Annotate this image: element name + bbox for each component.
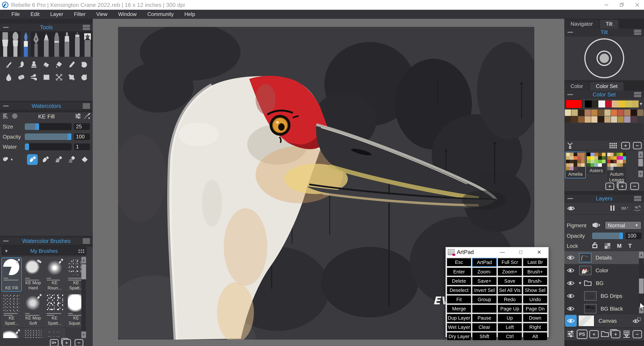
- menu-edit[interactable]: Edit: [26, 10, 44, 19]
- artpad-button-alt[interactable]: Alt: [523, 332, 548, 341]
- artpad-button-shift[interactable]: Shift: [472, 332, 496, 341]
- color-swatch[interactable]: [587, 153, 590, 156]
- color-swatch[interactable]: [574, 167, 577, 170]
- quick-edit-icon[interactable]: [2, 60, 15, 69]
- color-swatch[interactable]: [610, 153, 614, 156]
- color-swatch[interactable]: [566, 163, 570, 167]
- layer-visibility-icon[interactable]: [566, 306, 576, 311]
- scroll-down-icon[interactable]: ▼: [81, 331, 86, 338]
- color-swatch[interactable]: [607, 153, 610, 156]
- layer-adjustments-icon[interactable]: [566, 330, 575, 339]
- color-swatch[interactable]: [594, 153, 598, 156]
- artpad-minimize-button[interactable]: —: [493, 247, 512, 257]
- new-group-button[interactable]: [601, 330, 609, 339]
- color-swatch[interactable]: [614, 156, 617, 160]
- color-swatch[interactable]: [620, 160, 623, 163]
- artpad-button-zoom-[interactable]: Zoom-: [472, 268, 496, 276]
- color-swatch[interactable]: [570, 163, 574, 167]
- delete-color-set-button[interactable]: −: [630, 183, 639, 190]
- color-swatch[interactable]: [570, 156, 574, 160]
- brush-tile-partial-3[interactable]: [44, 328, 65, 338]
- color-swatch[interactable]: [581, 160, 585, 163]
- group-expand-caret-icon[interactable]: ▼: [578, 281, 582, 285]
- add-color-button[interactable]: +: [621, 142, 630, 149]
- artpad-button-delete[interactable]: Delete: [447, 277, 471, 285]
- color-swatch[interactable]: [607, 156, 610, 160]
- color-swatch[interactable]: [611, 116, 617, 123]
- texture-indicator[interactable]: T: [628, 243, 632, 249]
- water-drop-icon[interactable]: [2, 73, 15, 82]
- collapse-icon[interactable]: [3, 105, 10, 107]
- mode-dry-brush-button[interactable]: [53, 154, 64, 165]
- color-swatch[interactable]: [565, 116, 571, 123]
- collapse-icon[interactable]: [567, 198, 575, 199]
- color-swatch[interactable]: [566, 156, 570, 160]
- artpad-button-redo[interactable]: Redo: [498, 295, 522, 304]
- artpad-button-down[interactable]: Down: [523, 314, 548, 322]
- color-swatch[interactable]: [587, 156, 590, 160]
- color-swatch[interactable]: [570, 153, 574, 156]
- artpad-button-zoom-[interactable]: Zoom+: [498, 268, 522, 276]
- brush-tile-partial-2[interactable]: [23, 328, 43, 338]
- artpad-button-wet-layer[interactable]: Wet Layer: [447, 323, 471, 331]
- artpad-button-page-up[interactable]: Page Up: [498, 304, 522, 313]
- color-swatch[interactable]: [623, 156, 626, 160]
- color-swatch[interactable]: [587, 160, 590, 163]
- dry-sponge-icon[interactable]: [15, 73, 28, 82]
- scroll-thumb[interactable]: [639, 278, 644, 294]
- color-swatch[interactable]: [612, 100, 618, 107]
- color-swatch[interactable]: [571, 109, 578, 116]
- current-color-swatch[interactable]: [565, 99, 582, 109]
- mode-caret-icon[interactable]: ▼: [10, 158, 14, 161]
- eraser-icon[interactable]: [40, 60, 53, 69]
- artpad-button-deselect[interactable]: Deselect: [447, 286, 471, 294]
- artpad-button-clear[interactable]: Clear: [472, 323, 496, 331]
- layer-opacity-slider[interactable]: [592, 232, 623, 239]
- color-swatch[interactable]: [624, 116, 630, 123]
- color-swatch[interactable]: [577, 153, 581, 156]
- color-swatch[interactable]: [632, 100, 639, 107]
- tool-spray-can[interactable]: [72, 32, 82, 57]
- color-swatch[interactable]: [571, 116, 578, 123]
- panel-menu-icon[interactable]: [83, 25, 90, 30]
- color-swatch[interactable]: [623, 153, 626, 156]
- color-swatch[interactable]: [592, 100, 598, 107]
- artpad-button-pause[interactable]: Pause: [472, 314, 496, 322]
- color-swatch[interactable]: [617, 153, 620, 156]
- color-swatch[interactable]: [617, 109, 624, 116]
- scroll-down-icon[interactable]: ▼: [638, 170, 643, 177]
- color-swatch[interactable]: [570, 160, 574, 163]
- color-swatch[interactable]: [590, 156, 594, 160]
- color-filter-icon[interactable]: [567, 142, 574, 150]
- menu-filter[interactable]: Filter: [69, 10, 90, 19]
- artpad-button-dry-layer[interactable]: Dry Layer: [447, 332, 471, 341]
- tool-filbert-brush[interactable]: [10, 32, 20, 57]
- color-swatch[interactable]: [614, 153, 617, 156]
- artpad-button-fit[interactable]: Fit: [447, 295, 471, 304]
- close-button[interactable]: [630, 0, 644, 10]
- collapse-icon[interactable]: [3, 240, 10, 242]
- color-swatch[interactable]: [566, 153, 570, 156]
- tilt-knob[interactable]: [600, 54, 609, 63]
- show-selection-icon[interactable]: [632, 317, 641, 325]
- select-marquee-icon[interactable]: [40, 73, 53, 82]
- tool-pencil[interactable]: [41, 32, 52, 57]
- color-swatch[interactable]: [584, 109, 591, 116]
- color-swatch[interactable]: [624, 109, 630, 116]
- artpad-button-last-br[interactable]: Last Br: [523, 258, 548, 266]
- color-swatch[interactable]: [602, 153, 606, 156]
- color-swatch[interactable]: [604, 109, 611, 116]
- layer-visibility-icon[interactable]: [566, 268, 576, 273]
- opacity-slider[interactable]: [24, 133, 72, 140]
- color-swatch[interactable]: [591, 116, 598, 123]
- color-swatch[interactable]: [637, 109, 644, 116]
- scroll-up-icon[interactable]: ▲: [639, 252, 644, 258]
- group-drag-handle-icon[interactable]: [78, 249, 84, 253]
- artpad-button-right[interactable]: RIght: [523, 323, 548, 331]
- group-collapse-caret-icon[interactable]: ▼: [4, 249, 8, 254]
- canvas-visibility-button[interactable]: [565, 315, 577, 327]
- lock-transparency-icon[interactable]: [604, 243, 610, 249]
- artpad-button-full-scr[interactable]: Full Scr: [498, 258, 522, 266]
- artpad-close-button[interactable]: ✕: [530, 247, 548, 257]
- artpad-button-merge[interactable]: Merge: [447, 304, 471, 313]
